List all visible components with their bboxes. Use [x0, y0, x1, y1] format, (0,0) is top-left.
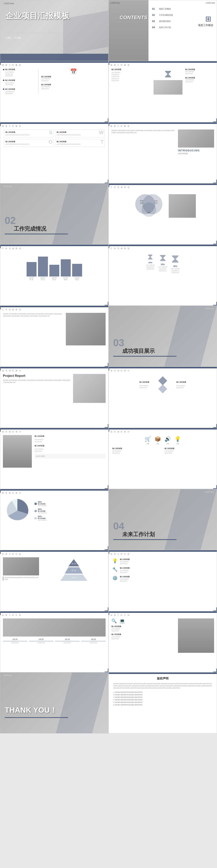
text-box: 输入第二段内容: [35, 454, 105, 459]
laptop-icon-item: 💻: [120, 618, 125, 623]
bullet-1: 输入你的标题 此处可简要说明此处填写内容此处填写内容: [3, 68, 35, 77]
right-calendar-area: 📅 输入你的标题 此处可简要说明此处填写内容 输入你的标题 此处可简要说明此处填…: [41, 68, 105, 95]
quote-text: 此处填写名言警句内容此处填写名言警句内容此处填写名言警句内容: [3, 577, 39, 581]
icons-row: 🔍 💻: [112, 618, 175, 623]
item-1: 💡 输入你的标题 此处可简要说明此处填写内容: [112, 558, 213, 565]
svg-text:管理: 管理: [147, 212, 151, 214]
top-bar: [109, 245, 217, 246]
corner-tl: [0, 122, 4, 126]
bar-4: [61, 259, 71, 277]
report-title: Project Report: [3, 374, 70, 378]
slide-future-icons: 未 来 工 作 计 划 💡 输入你的标题 此处可简要说明此处填写内容 🔧 输入你…: [108, 550, 217, 611]
divider-line: [38, 69, 38, 94]
percent-2: 20%: [161, 263, 165, 266]
corner-tl: [109, 61, 112, 65]
top-bar: [109, 61, 217, 63]
legend-item-3: 20% 输入你的标题 此处可简要说明: [35, 515, 105, 521]
photo-placeholder: [178, 129, 214, 148]
contents-left-panel: [109, 0, 149, 61]
slide-project-report: 成 功 项 目 展 示 Project Report 此处请输入内容此处请输入内…: [0, 367, 108, 428]
accent-line: [5, 234, 68, 235]
text-col: 此处请输入内容此处请输入内容此处请输入内容此处请输入内容此处请输入内容此处请输入…: [3, 313, 63, 345]
top-bar: [109, 367, 217, 368]
left-bullets: 输入你的标题 此处可简要说明此处填写内容此处填写内容 输入你的标题 此处可简要说…: [3, 68, 35, 95]
slide-swot: 项 度 工 作 概 述 S 输入你的标题 此处可简要说明此处填写内容此处填写内容…: [0, 122, 108, 183]
svg-text:采购: 采购: [140, 202, 143, 204]
swot-t: T 输入你的标题 此处可简要说明此处填写内容此处填写内容: [55, 139, 105, 147]
content-area: Project Report 此处请输入内容此处请输入内容此处请输入内容此处请输…: [0, 373, 108, 404]
diamond-center: [154, 376, 172, 394]
person-image: [3, 435, 32, 468]
corner-br: [213, 180, 217, 183]
subtitle: THESIS DEFENSE POWERPOINT TEMPLATE: [6, 32, 60, 34]
report-text: 此处请输入内容此处请输入内容此处请输入内容此处请输入内容此处请输入内容此处请输入…: [3, 379, 70, 383]
right-item-2: 输入你的标题 此处可简要说明此处填写内容: [185, 77, 214, 83]
svg-text:第一层: 第一层: [72, 577, 76, 579]
section-number: 03: [113, 337, 124, 348]
slide-header: 项 度 工 作 概 述: [0, 63, 108, 67]
left-col: 此处填写名言警句内容此处填写名言警句内容此处填写名言警句内容: [3, 557, 39, 583]
project-image: [73, 374, 105, 403]
corner-br: [105, 485, 108, 489]
text-item-1: 输入你的标题 此处可简要说明此处填写内容: [112, 625, 175, 632]
slide-search-city: 未 来 工 作 计 划 🔍 💻 输入你的标题 此处可简要说明此处填写内容: [108, 611, 217, 672]
contents-title: CONTENTS: [120, 14, 147, 21]
accent-line: [113, 539, 177, 540]
thankyou-text: THANK YOU！: [5, 705, 57, 715]
legend-color-1: [35, 503, 37, 505]
slide-header: 未 来 工 作 计 划: [0, 613, 108, 618]
slide-header: 成 功 项 目 展 示: [109, 368, 217, 373]
corner-tl: [109, 611, 112, 615]
slide-header: 未 来 工 作 计 划: [0, 552, 108, 556]
calendar-icon: 📅: [41, 68, 105, 75]
report-text-col: Project Report 此处请输入内容此处请输入内容此处请输入内容此处请输…: [3, 374, 70, 403]
corner-br: [213, 424, 217, 428]
slide-person-text: 成 功 项 目 展 示 输入你的标题 此处可简要说明此处填写内容 输入你的标题 …: [0, 428, 108, 489]
corner-br: [105, 546, 108, 550]
top-bar: [0, 550, 108, 552]
corner-br: [105, 363, 108, 367]
pie-area: 40% 输入你的标题 此处可简要说明 30% 输入你的标题 此处可简要说明: [0, 495, 108, 527]
icon-item-1: 🛒 标题: [145, 436, 151, 445]
corner-tl: [0, 245, 4, 248]
tl-item-2: 3月 3月 此处填写内容: [29, 638, 54, 644]
menu-item-4: 04 未来工作计划: [152, 26, 173, 29]
corner-tl: [0, 61, 4, 65]
slide-work-text: 工 作 完 成 情 况 此处请输入内容此处请输入内容此处请输入内容此处请输入内容…: [0, 306, 108, 367]
section-number-area: 03: [113, 337, 124, 348]
corner-br: [105, 302, 108, 305]
section-number: 02: [5, 215, 16, 226]
legend-item-2: 30% 输入你的标题 此处可简要说明: [35, 508, 105, 514]
corner-br: [213, 485, 217, 489]
wrench-icon: 🔧: [112, 567, 118, 572]
svg-text:管理: 管理: [140, 200, 143, 202]
hourglass-items: ⧗ 10% 此处可简要说明此处填写内容此处填写内容 ⧗ 20% 此处可简要说明此…: [109, 251, 217, 276]
corner-tl: [109, 245, 112, 248]
accent-line: [113, 356, 177, 356]
corner-br: [213, 241, 217, 244]
swot-o: O 输入你的标题 此处可简要说明此处填写内容此处填写内容: [4, 139, 54, 147]
corner-br: [213, 302, 217, 305]
top-bar: [0, 122, 108, 124]
slide-copyright: 版权声明 此处请输入版权说明内容此处请输入版权说明内容此处请输入版权说明内容此处…: [108, 672, 217, 734]
top-bar: [0, 245, 108, 246]
corner-br: [105, 669, 108, 672]
menu-item-2: 02 工作完成情况项: [152, 13, 173, 17]
copyright-content: 版权声明 此处请输入版权说明内容此处请输入版权说明内容此处请输入版权说明内容此处…: [109, 674, 217, 709]
bar-2: [38, 257, 48, 277]
svg-text:文本: 文本: [154, 200, 158, 202]
bottom-bar: [0, 54, 108, 61]
slide-bar-chart: 工 作 完 成 情 况 此处填写第一栏 此处填写第二栏 此处填写第三栏 此处填写…: [0, 245, 108, 306]
corner-br: [105, 119, 108, 122]
corner-br: [105, 424, 108, 428]
corner-tl: [0, 428, 4, 432]
bar-group-5: 此处填写第五栏: [72, 264, 82, 281]
top-bar: [0, 611, 108, 613]
slide-introducing: 项 度 工 作 概 述 此处请输入内容此处请输入内容此处请输入内容此处请输入内容…: [108, 122, 217, 183]
swot-w: W 输入你的标题 此处可简要说明此处填写内容此处填写内容: [55, 129, 105, 137]
top-bar: [109, 611, 217, 613]
venn-diagram: 管理 采购 文本 文本 管理: [130, 191, 166, 220]
slide-pyramid: 未 来 工 作 计 划 此处填写名言警句内容此处填写名言警句内容此处填写名言警句…: [0, 550, 108, 611]
section-title: 成功项目展示: [122, 347, 155, 355]
content-area: 输入你的标题 此处可简要说明此处填写内容 输入你的标题 此处可简要说明此处填写内…: [0, 434, 108, 469]
